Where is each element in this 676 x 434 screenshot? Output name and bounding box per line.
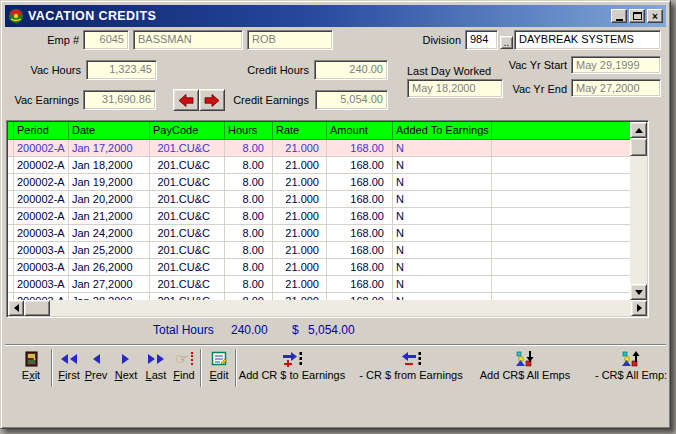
last-label: Last bbox=[146, 369, 167, 381]
vac-yr-start-field[interactable]: May 29,1999 bbox=[571, 56, 661, 74]
vscroll-thumb[interactable] bbox=[630, 138, 647, 156]
hscroll-left-button[interactable] bbox=[8, 300, 24, 316]
table-row[interactable]: 200003-AJan 24,2000201.CU&C8.0021.000168… bbox=[8, 225, 630, 242]
first-record-icon bbox=[60, 348, 78, 369]
vac-yr-end-field[interactable]: May 27,2000 bbox=[571, 79, 661, 97]
table-cell: Jan 17,2000 bbox=[69, 140, 150, 156]
first-label: First bbox=[58, 369, 79, 381]
table-cell-filler bbox=[492, 174, 630, 190]
vac-earnings-label: Vac Earnings bbox=[9, 94, 79, 106]
column-header[interactable]: Added To Earnings bbox=[393, 122, 492, 139]
vertical-scrollbar[interactable] bbox=[630, 122, 647, 300]
table-cell: 21.000 bbox=[273, 174, 327, 190]
vac-earnings-field[interactable]: 31,690.86 bbox=[83, 90, 156, 110]
last-record-icon bbox=[147, 348, 165, 369]
table-cell: 201.CU&C bbox=[150, 225, 225, 241]
table-cell: Jan 18,2000 bbox=[69, 157, 150, 173]
horizontal-scrollbar[interactable] bbox=[8, 300, 647, 316]
edit-button[interactable]: Edit bbox=[204, 348, 234, 388]
table-cell: N bbox=[393, 157, 492, 173]
last-button[interactable]: Last bbox=[142, 348, 170, 388]
table-cell: 201.CU&C bbox=[150, 242, 225, 258]
find-button[interactable]: ☞ Find bbox=[170, 348, 198, 388]
column-header[interactable]: Amount bbox=[327, 122, 393, 139]
table-cell: 8.00 bbox=[225, 140, 273, 156]
table-cell: 8.00 bbox=[225, 191, 273, 207]
subtract-all-employees-icon bbox=[622, 348, 641, 369]
table-cell: 21.000 bbox=[273, 276, 327, 292]
column-header[interactable]: Rate bbox=[273, 122, 327, 139]
edit-notepad-icon bbox=[211, 348, 227, 369]
add-cr-to-earnings-label: Add CR $ to Earnings bbox=[239, 369, 345, 381]
table-cell: 21.000 bbox=[273, 140, 327, 156]
vscroll-down-button[interactable] bbox=[630, 284, 647, 300]
add-cr-all-emps-label: Add CR$ All Emps bbox=[480, 369, 570, 381]
minimize-icon bbox=[616, 19, 623, 21]
division-name-field[interactable]: DAYBREAK SYSTEMS bbox=[514, 30, 661, 50]
table-row[interactable]: 200003-AJan 26,2000201.CU&C8.0021.000168… bbox=[8, 259, 630, 276]
table-cell: 21.000 bbox=[273, 191, 327, 207]
division-lookup-button[interactable]: .. bbox=[500, 36, 513, 49]
table-cell: N bbox=[393, 140, 492, 156]
column-header[interactable]: Date bbox=[69, 122, 150, 139]
table-row[interactable]: 200003-AJan 27,2000201.CU&C8.0021.000168… bbox=[8, 276, 630, 293]
vac-yr-start-label: Vac Yr Start bbox=[501, 59, 567, 71]
title-bar[interactable]: VACATION CREDITS × bbox=[5, 5, 666, 27]
emp-first-name-field[interactable]: ROB bbox=[247, 30, 333, 50]
next-button[interactable]: Next bbox=[112, 348, 140, 388]
add-cr-to-earnings-button[interactable]: Add CR $ to Earnings bbox=[237, 348, 347, 388]
table-cell: 168.00 bbox=[327, 174, 393, 190]
add-cr-all-emps-button[interactable]: Add CR$ All Emps bbox=[475, 348, 575, 388]
total-hours-value: 240.00 bbox=[231, 323, 268, 337]
table-cell: Jan 20,2000 bbox=[69, 191, 150, 207]
table-row[interactable]: 200003-AJan 28,2000201.CU&C8.0021.000168… bbox=[8, 293, 630, 300]
table-cell-filler bbox=[492, 157, 630, 173]
table-cell-filler bbox=[492, 191, 630, 207]
hscroll-right-button[interactable] bbox=[631, 300, 647, 316]
maximize-button[interactable] bbox=[629, 9, 645, 23]
table-cell: 200003-A bbox=[14, 276, 69, 292]
division-code-field[interactable]: 984 bbox=[465, 30, 498, 50]
table-cell: 201.CU&C bbox=[150, 174, 225, 190]
subtract-cr-all-emps-button[interactable]: - CR$ All Emp: bbox=[587, 348, 675, 388]
table-row[interactable]: 200002-AJan 18,2000201.CU&C8.0021.000168… bbox=[8, 157, 630, 174]
vac-hours-field[interactable]: 1,323.45 bbox=[86, 60, 157, 80]
table-row[interactable]: 200002-AJan 17,2000201.CU&C8.0021.000168… bbox=[8, 140, 630, 157]
column-header[interactable]: Period bbox=[14, 122, 69, 139]
first-button[interactable]: First bbox=[54, 348, 84, 388]
prev-button[interactable]: Prev bbox=[82, 348, 110, 388]
vscroll-up-button[interactable] bbox=[630, 122, 647, 138]
vacation-credits-window: VACATION CREDITS × Emp # 6045 BASSMAN RO… bbox=[0, 0, 671, 429]
emp-number-field[interactable]: 6045 bbox=[83, 30, 129, 50]
move-to-credit-button[interactable] bbox=[199, 89, 225, 111]
minimize-button[interactable] bbox=[611, 9, 627, 23]
last-day-worked-field[interactable]: May 18,2000 bbox=[407, 79, 503, 98]
toolbar-separator bbox=[51, 349, 53, 387]
find-hand-icon: ☞ bbox=[175, 348, 192, 369]
table-row[interactable]: 200002-AJan 19,2000201.CU&C8.0021.000168… bbox=[8, 174, 630, 191]
next-record-icon bbox=[121, 348, 131, 369]
column-header[interactable]: PayCode bbox=[150, 122, 225, 139]
table-cell: 8.00 bbox=[225, 208, 273, 224]
subtract-cr-from-earnings-button[interactable]: - CR $ from Earnings bbox=[359, 348, 463, 388]
column-header[interactable]: Hours bbox=[225, 122, 273, 139]
emp-last-name-field[interactable]: BASSMAN bbox=[133, 30, 243, 50]
close-button[interactable]: × bbox=[647, 9, 663, 23]
credit-hours-label: Credit Hours bbox=[237, 64, 309, 76]
table-row[interactable]: 200002-AJan 21,2000201.CU&C8.0021.000168… bbox=[8, 208, 630, 225]
table-cell: Jan 24,2000 bbox=[69, 225, 150, 241]
table-row[interactable]: 200002-AJan 20,2000201.CU&C8.0021.000168… bbox=[8, 191, 630, 208]
table-row[interactable]: 200003-AJan 25,2000201.CU&C8.0021.000168… bbox=[8, 242, 630, 259]
credit-hours-field[interactable]: 240.00 bbox=[314, 60, 388, 80]
credit-earnings-field[interactable]: 5,054.00 bbox=[315, 90, 388, 110]
exit-button[interactable]: Exit bbox=[13, 348, 49, 388]
table-cell-filler bbox=[492, 242, 630, 258]
move-to-vac-button[interactable] bbox=[173, 89, 199, 111]
table-cell: 168.00 bbox=[327, 191, 393, 207]
toolbar-divider bbox=[5, 344, 666, 346]
hscroll-thumb[interactable] bbox=[24, 300, 50, 316]
table-cell: 201.CU&C bbox=[150, 191, 225, 207]
table-cell: 200003-A bbox=[14, 293, 69, 300]
vac-hours-label: Vac Hours bbox=[15, 64, 81, 76]
table-cell: N bbox=[393, 242, 492, 258]
